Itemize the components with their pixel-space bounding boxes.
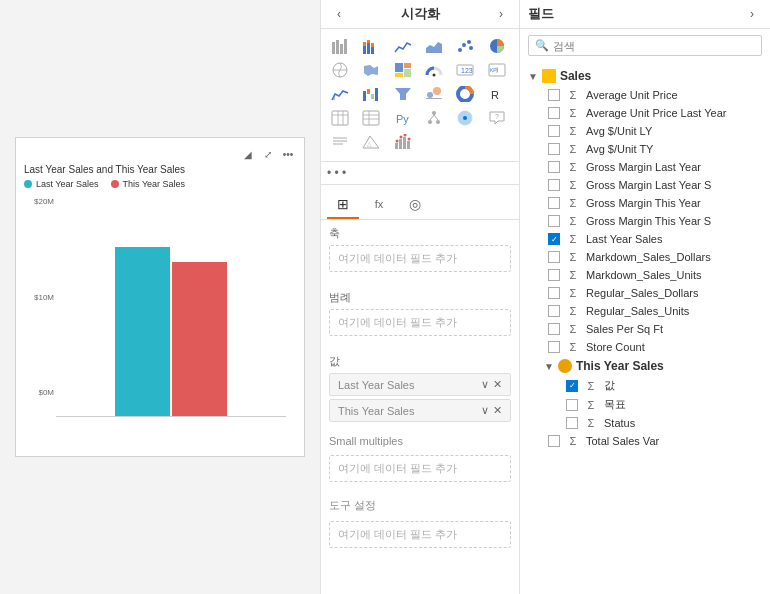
filter-icon[interactable]: ◢ bbox=[240, 146, 256, 162]
small-multiples-drop-area[interactable]: 여기에 데이터 필드 추가 bbox=[329, 455, 511, 482]
viz-icon-histogram[interactable] bbox=[390, 131, 416, 153]
field-item-sales-per-sqft[interactable]: Σ Sales Per Sq Ft bbox=[520, 320, 770, 338]
sub-field-item-target[interactable]: Σ 목표 bbox=[520, 395, 770, 414]
field-item-regular-dollars[interactable]: Σ Regular_Sales_Dollars bbox=[520, 284, 770, 302]
field-item-regular-units[interactable]: Σ Regular_Sales_Units bbox=[520, 302, 770, 320]
fields-next-arrow[interactable]: › bbox=[742, 4, 762, 24]
field-item-gm-ly-s[interactable]: Σ Gross Margin Last Year S bbox=[520, 176, 770, 194]
viz-icon-qr[interactable]: R bbox=[484, 83, 510, 105]
checkbox-sales-per-sqft[interactable] bbox=[548, 323, 560, 335]
sub-field-item-status[interactable]: Σ Status bbox=[520, 414, 770, 432]
legend-drop-area[interactable]: 여기에 데이터 필드 추가 bbox=[329, 309, 511, 336]
chart-area: $20M $10M $0M bbox=[24, 197, 296, 417]
checkbox-gm-ty-s[interactable] bbox=[548, 215, 560, 227]
checkbox-markdown-dollars[interactable] bbox=[548, 251, 560, 263]
viz-icon-filled-map[interactable] bbox=[358, 59, 384, 81]
viz-icon-treemap[interactable] bbox=[390, 59, 416, 81]
checkbox-avg-unit-price[interactable] bbox=[548, 89, 560, 101]
checkbox-store-count[interactable] bbox=[548, 341, 560, 353]
legend-item-ly: Last Year Sales bbox=[24, 179, 99, 189]
viz-more-button[interactable]: • • • bbox=[321, 164, 519, 182]
field-item-ly-sales[interactable]: ✓ Σ Last Year Sales bbox=[520, 230, 770, 248]
checkbox-sub-status[interactable] bbox=[566, 417, 578, 429]
field-item-gm-ty-s[interactable]: Σ Gross Margin This Year S bbox=[520, 212, 770, 230]
x-axis-line bbox=[56, 416, 286, 417]
field-label-avg-unit-ty: Avg $/Unit TY bbox=[586, 143, 653, 155]
viz-tab-fields[interactable]: ⊞ bbox=[327, 191, 359, 219]
value-remove-ly[interactable]: ✕ bbox=[493, 378, 502, 391]
viz-icon-area[interactable] bbox=[421, 35, 447, 57]
ty-sales-subgroup-header[interactable]: ▼ This Year Sales bbox=[520, 356, 770, 376]
viz-icon-scatter2[interactable] bbox=[421, 83, 447, 105]
checkbox-avg-unit-ly[interactable] bbox=[548, 125, 560, 137]
sales-group-header[interactable]: ▼ Sales bbox=[520, 66, 770, 86]
field-label-ly-sales: Last Year Sales bbox=[586, 233, 662, 245]
viz-icon-pie[interactable] bbox=[484, 35, 510, 57]
search-box[interactable]: 🔍 bbox=[528, 35, 762, 56]
viz-icon-gauge[interactable] bbox=[421, 59, 447, 81]
sales-group-icon bbox=[542, 69, 556, 83]
field-type-icon-store-count: Σ bbox=[566, 340, 580, 354]
viz-prev-arrow[interactable]: ‹ bbox=[329, 4, 349, 24]
viz-icon-line[interactable] bbox=[390, 35, 416, 57]
viz-icon-azure-map[interactable] bbox=[452, 107, 478, 129]
viz-icon-qna[interactable]: ? bbox=[484, 107, 510, 129]
tool-settings-drop-area[interactable]: 여기에 데이터 필드 추가 bbox=[329, 521, 511, 548]
value-dropdown-ly[interactable]: ∨ bbox=[481, 378, 489, 391]
value-remove-ty[interactable]: ✕ bbox=[493, 404, 502, 417]
field-item-store-count[interactable]: Σ Store Count bbox=[520, 338, 770, 356]
viz-icon-matrix[interactable] bbox=[358, 107, 384, 129]
field-item-total-sales-var[interactable]: Σ Total Sales Var bbox=[520, 432, 770, 450]
field-item-avg-unit-ly[interactable]: Σ Avg $/Unit LY bbox=[520, 122, 770, 140]
checkbox-regular-units[interactable] bbox=[548, 305, 560, 317]
viz-icon-scatter[interactable] bbox=[452, 35, 478, 57]
checkbox-gm-ly-s[interactable] bbox=[548, 179, 560, 191]
field-item-avg-unit-price[interactable]: Σ Average Unit Price bbox=[520, 86, 770, 104]
viz-icon-donut[interactable] bbox=[452, 83, 478, 105]
viz-tab-format[interactable]: fx bbox=[363, 191, 395, 219]
field-item-markdown-dollars[interactable]: Σ Markdown_Sales_Dollars bbox=[520, 248, 770, 266]
checkbox-markdown-units[interactable] bbox=[548, 269, 560, 281]
checkbox-avg-unit-ty[interactable] bbox=[548, 143, 560, 155]
viz-icon-table[interactable] bbox=[327, 107, 353, 129]
sub-field-item-value[interactable]: ✓ Σ 값 bbox=[520, 376, 770, 395]
viz-icon-decomp[interactable] bbox=[421, 107, 447, 129]
field-item-gm-ty[interactable]: Σ Gross Margin This Year bbox=[520, 194, 770, 212]
field-item-avg-unit-ty[interactable]: Σ Avg $/Unit TY bbox=[520, 140, 770, 158]
viz-tab-analytics[interactable]: ◎ bbox=[399, 191, 431, 219]
checkbox-total-sales-var[interactable] bbox=[548, 435, 560, 447]
checkbox-avg-unit-price-ly[interactable] bbox=[548, 107, 560, 119]
field-type-icon-avg-unit-ty: Σ bbox=[566, 142, 580, 156]
field-item-markdown-units[interactable]: Σ Markdown_Sales_Units bbox=[520, 266, 770, 284]
checkbox-sub-target[interactable] bbox=[566, 399, 578, 411]
field-item-gm-ly[interactable]: Σ Gross Margin Last Year bbox=[520, 158, 770, 176]
value-dropdown-ty[interactable]: ∨ bbox=[481, 404, 489, 417]
axis-drop-area[interactable]: 여기에 데이터 필드 추가 bbox=[329, 245, 511, 272]
checkbox-sub-value[interactable]: ✓ bbox=[566, 380, 578, 392]
viz-icon-ribbon[interactable] bbox=[327, 83, 353, 105]
svg-rect-60 bbox=[395, 143, 398, 149]
viz-icon-bubble[interactable]: △ bbox=[358, 131, 384, 153]
chart-panel: ◢ ⤢ ••• Last Year Sales and This Year Sa… bbox=[0, 0, 320, 594]
search-input[interactable] bbox=[553, 40, 755, 52]
viz-icon-kpi[interactable]: KPI bbox=[484, 59, 510, 81]
viz-icon-bar[interactable] bbox=[327, 35, 353, 57]
checkbox-gm-ty[interactable] bbox=[548, 197, 560, 209]
viz-icon-narrative[interactable] bbox=[327, 131, 353, 153]
checkbox-ly-sales[interactable]: ✓ bbox=[548, 233, 560, 245]
checkbox-regular-dollars[interactable] bbox=[548, 287, 560, 299]
field-item-avg-unit-price-ly[interactable]: Σ Average Unit Price Last Year bbox=[520, 104, 770, 122]
more-icon[interactable]: ••• bbox=[280, 146, 296, 162]
viz-icon-stacked-bar[interactable] bbox=[358, 35, 384, 57]
viz-icon-card[interactable]: 123 bbox=[452, 59, 478, 81]
viz-icon-funnel[interactable] bbox=[390, 83, 416, 105]
viz-icon-map[interactable] bbox=[327, 59, 353, 81]
expand-icon[interactable]: ⤢ bbox=[260, 146, 276, 162]
viz-next-arrow[interactable]: › bbox=[491, 4, 511, 24]
checkbox-gm-ly[interactable] bbox=[548, 161, 560, 173]
viz-icon-python[interactable]: Py bbox=[390, 107, 416, 129]
value-item-ty[interactable]: This Year Sales ∨ ✕ bbox=[329, 399, 511, 422]
value-item-ly[interactable]: Last Year Sales ∨ ✕ bbox=[329, 373, 511, 396]
viz-icon-waterfall[interactable] bbox=[358, 83, 384, 105]
svg-rect-4 bbox=[363, 46, 366, 54]
